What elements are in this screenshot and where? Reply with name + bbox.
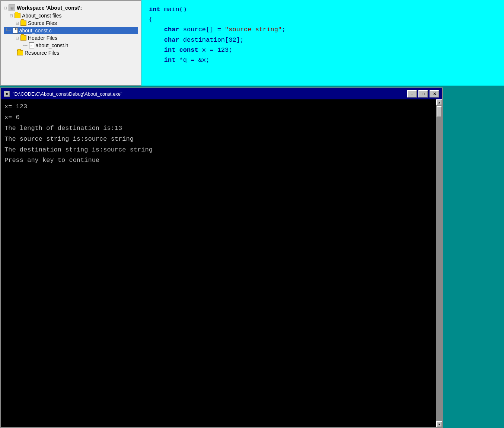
source-file-label: about_const.c — [19, 28, 52, 33]
code-line-3: char source[] = "source string"; — [149, 25, 497, 35]
scrollbar-down-button[interactable]: ▼ — [436, 421, 442, 427]
h-file-icon: h — [29, 42, 34, 48]
workspace-root[interactable]: ⊟ ⊞ Workspace 'About_const': — [4, 4, 138, 12]
header-files-folder[interactable]: ⊟ Header Files — [4, 34, 138, 42]
console-line-4: The source string is:source string — [4, 134, 438, 145]
console-scrollbar[interactable]: ▲ ▼ — [436, 99, 442, 427]
console-titlebar: ■ "D:\CODE\C\About_const\Debug\About_con… — [1, 88, 442, 99]
code-line-5: int const x = 123; — [149, 45, 497, 55]
header-file-item[interactable]: └─ h about_const.h — [4, 42, 138, 49]
console-content: x= 123 x= 0 The length of destination is… — [1, 99, 442, 427]
resource-folder-icon — [17, 50, 23, 55]
resource-folder-label: Resource Files — [25, 50, 59, 56]
console-title: "D:\CODE\C\About_const\Debug\About_const… — [13, 91, 404, 97]
header-file-label: about_const.h — [36, 42, 68, 48]
code-line-4: char destination[32]; — [149, 35, 497, 45]
right-background — [443, 87, 504, 428]
console-line-2: x= 0 — [4, 112, 438, 123]
workspace-icon: ⊞ — [9, 4, 15, 11]
code-editor[interactable]: int main() { char source[] = "source str… — [141, 0, 504, 86]
console-line-6: Press any key to continue — [4, 155, 438, 166]
header-folder-label: Header Files — [28, 35, 57, 41]
resource-files-folder[interactable]: Resource Files — [4, 49, 138, 57]
code-line-6: int *q = &x; — [149, 55, 497, 65]
maximize-button[interactable]: □ — [418, 90, 428, 98]
source-files-folder[interactable]: ⊟ Source Files — [4, 19, 138, 27]
project-title: About_const files — [22, 13, 62, 19]
console-line-5: The destination string is:source string — [4, 145, 438, 156]
ide-area: ⊟ ⊞ Workspace 'About_const': ⊟ About_con… — [0, 0, 504, 86]
file-tree-panel: ⊟ ⊞ Workspace 'About_const': ⊟ About_con… — [0, 0, 141, 86]
console-window-buttons: – □ ✕ — [407, 90, 439, 98]
console-window: ■ "D:\CODE\C\About_const\Debug\About_con… — [0, 87, 443, 428]
scrollbar-up-button[interactable]: ▲ — [436, 99, 442, 105]
source-folder-label: Source Files — [28, 20, 57, 26]
close-button[interactable]: ✕ — [430, 90, 439, 98]
console-line-3: The length of destination is:13 — [4, 123, 438, 134]
console-line-1: x= 123 — [4, 102, 438, 112]
source-folder-icon — [20, 20, 26, 26]
code-line-1: int main() — [149, 4, 497, 15]
console-output: x= 123 x= 0 The length of destination is… — [4, 102, 438, 166]
scrollbar-track — [436, 105, 442, 421]
console-app-icon: ■ — [4, 91, 10, 97]
minimize-button[interactable]: – — [407, 90, 417, 98]
project-root[interactable]: ⊟ About_const files — [4, 12, 138, 19]
workspace-title: Workspace 'About_const': — [17, 5, 82, 11]
project-folder-icon — [15, 13, 20, 18]
scrollbar-thumb[interactable] — [437, 106, 442, 117]
source-file-item[interactable]: └─ about_const.c — [4, 27, 138, 34]
c-file-icon — [13, 28, 18, 33]
header-folder-icon — [20, 35, 26, 41]
code-line-2: { — [149, 15, 497, 25]
